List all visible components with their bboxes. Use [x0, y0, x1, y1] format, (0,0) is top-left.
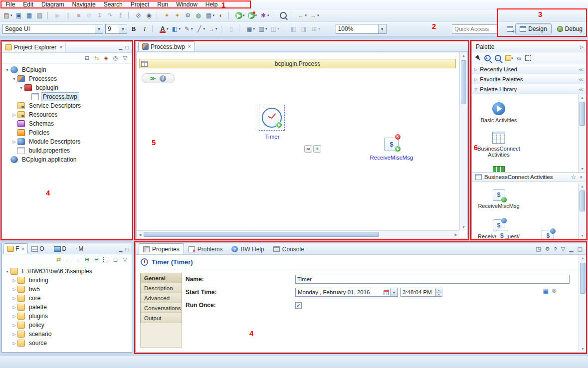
tree-item[interactable]: ▷ Module Descriptors: [3, 137, 132, 146]
section-pin-icon[interactable]: ≪: [579, 87, 584, 92]
toolbar-button[interactable]: [283, 24, 286, 32]
tree-item[interactable]: ▷ scenario: [3, 330, 132, 339]
toolbar-button[interactable]: ← ▾: [297, 10, 308, 20]
palette-section-header[interactable]: ▽ Palette Library ≪: [472, 84, 586, 94]
tree-item[interactable]: ▷ plugins: [3, 312, 132, 321]
project-explorer-view-tab[interactable]: Project Explorer ×: [2, 42, 66, 52]
expander-icon[interactable]: ▾: [4, 68, 10, 72]
debug-perspective-button[interactable]: Debug: [553, 23, 587, 34]
start-date-picker[interactable]: Monday , February 01, 2016: [295, 288, 398, 297]
palette-tool-button[interactable]: [476, 55, 480, 61]
scroll-up-icon[interactable]: [579, 96, 586, 99]
vertical-scrollbar[interactable]: [579, 255, 587, 352]
toolbar-button[interactable]: ⇆: [93, 55, 100, 61]
close-icon[interactable]: ×: [21, 246, 24, 252]
expander-icon[interactable]: ▷: [11, 113, 17, 117]
font-family-combo[interactable]: Segoe UI: [2, 24, 103, 34]
toolbar-button[interactable]: ◧ ▾: [171, 24, 182, 34]
minimize-icon[interactable]: ▁: [119, 247, 123, 252]
scrollbar-thumb[interactable]: [461, 60, 466, 104]
tree-item[interactable]: ▾ Processes: [3, 74, 132, 83]
section-pin-icon[interactable]: ≪: [579, 67, 584, 72]
toolbar-button[interactable]: [239, 24, 242, 32]
zoom-combo[interactable]: 100%: [336, 24, 387, 34]
tree-item[interactable]: ▷ Resources: [3, 110, 132, 119]
close-icon[interactable]: ×: [188, 44, 191, 49]
field-action-button[interactable]: ⊗: [552, 287, 557, 294]
scroll-left-icon[interactable]: [139, 233, 141, 237]
tree-item[interactable]: ▾ E:\BW631\bw\6.3\samples: [3, 267, 132, 276]
vertical-scrollbar[interactable]: [578, 94, 586, 172]
vertical-scrollbar[interactable]: [578, 183, 586, 239]
tree-item[interactable]: ▷ core: [3, 294, 132, 303]
toolbar-button[interactable]: ↧: [95, 10, 105, 20]
tree-item[interactable]: ▷ bw5: [3, 285, 132, 294]
scroll-down-icon[interactable]: [579, 347, 587, 351]
tree-item[interactable]: ▷ binding: [3, 276, 132, 285]
toolbar-button[interactable]: →: [74, 257, 81, 263]
spin-down-icon[interactable]: [436, 292, 442, 297]
toolbar-button[interactable]: ▶ ▾: [247, 10, 258, 20]
toolbar-button[interactable]: ✎ ▾: [183, 24, 194, 34]
view-tab[interactable]: M: [72, 243, 89, 254]
run-once-checkbox[interactable]: ✓: [295, 302, 302, 309]
menu-item[interactable]: Help: [201, 0, 222, 9]
palette-tool-button[interactable]: +: [484, 55, 491, 61]
collapse-palette-icon[interactable]: ▷: [580, 44, 584, 49]
close-icon[interactable]: ×: [580, 175, 583, 180]
tree-item[interactable]: Process.bwp: [3, 92, 132, 101]
toolbar-button[interactable]: → ▾: [309, 10, 320, 20]
toolbar-button[interactable]: ?: [554, 246, 557, 252]
properties-section-tab[interactable]: Conversations: [140, 303, 182, 313]
palette-item[interactable]: CICS: [474, 166, 524, 173]
palette-item[interactable]: BusinessConnect Activities: [474, 132, 524, 158]
toolbar-button[interactable]: ⊘: [85, 10, 94, 20]
process-canvas[interactable]: bcplugin.Process ≫i Timer ∞ + $ ReceiveM…: [136, 52, 468, 238]
toolbar-button[interactable]: ✦: [173, 10, 183, 20]
toolbar-button[interactable]: ■: [74, 10, 84, 20]
link-handle-icon[interactable]: ∞: [304, 145, 312, 153]
view-tab[interactable]: Properties: [139, 243, 184, 254]
menu-item[interactable]: Search: [100, 0, 127, 9]
toolbar-button[interactable]: ◎: [112, 55, 119, 61]
quick-access-input[interactable]: [452, 24, 498, 34]
start-time-spinner[interactable]: 3:48:04 PM: [400, 288, 442, 297]
toolbar-button[interactable]: ▽: [122, 55, 128, 61]
expander-icon[interactable]: ▷: [11, 287, 17, 292]
maximize-icon[interactable]: ▢: [125, 247, 129, 252]
properties-section-tab[interactable]: Advanced: [140, 293, 182, 303]
tree-item[interactable]: BCplugin.application: [3, 155, 132, 164]
palette-item[interactable]: $ ReceiveMiscMsg: [474, 189, 524, 211]
toolbar-button[interactable]: ▦ ▾: [245, 24, 256, 34]
properties-section-tab[interactable]: Description: [140, 283, 182, 293]
start-event-icon[interactable]: ≫: [150, 75, 156, 82]
section-expander-icon[interactable]: ▽: [474, 87, 477, 92]
toolbar-button[interactable]: ⊘: [134, 10, 144, 20]
toolbar-button[interactable]: ⚙: [545, 246, 550, 252]
menu-item[interactable]: Window: [172, 0, 201, 9]
expander-icon[interactable]: ▷: [11, 314, 17, 319]
toolbar-button[interactable]: ◍: [194, 10, 203, 20]
toolbar-button[interactable]: ▶ ▾: [234, 10, 246, 20]
scrollbar-thumb[interactable]: [144, 232, 379, 237]
toolbar-button[interactable]: ◫ ▾: [269, 24, 281, 34]
toolbar-button[interactable]: [273, 11, 276, 19]
palette-tool-button[interactable]: −: [495, 55, 501, 61]
spin-up-icon[interactable]: [436, 288, 442, 292]
tree-item[interactable]: Schemas: [3, 119, 132, 128]
toolbar-button[interactable]: ▦: [25, 10, 34, 20]
bc-request-icon[interactable]: $: [542, 230, 554, 239]
view-tab[interactable]: Problems: [184, 243, 227, 254]
palette-tool-button[interactable]: ▾: [505, 55, 513, 61]
editor-tab-process-bwp[interactable]: Process.bwp ×: [138, 41, 195, 51]
toolbar-button[interactable]: ◳: [536, 246, 541, 252]
add-handle-icon[interactable]: +: [313, 145, 321, 153]
palette-section-header[interactable]: ▷ Recently Used ≪: [472, 64, 586, 74]
expander-icon[interactable]: ▷: [11, 341, 17, 346]
toolbar-button[interactable]: ▽: [122, 256, 128, 263]
view-tab[interactable]: F ×: [3, 243, 28, 254]
toolbar-button[interactable]: ▽: [561, 246, 565, 252]
toolbar-button[interactable]: ⚙: [184, 10, 193, 20]
expander-icon[interactable]: ▷: [11, 278, 17, 283]
menu-item[interactable]: Edit: [19, 0, 37, 9]
